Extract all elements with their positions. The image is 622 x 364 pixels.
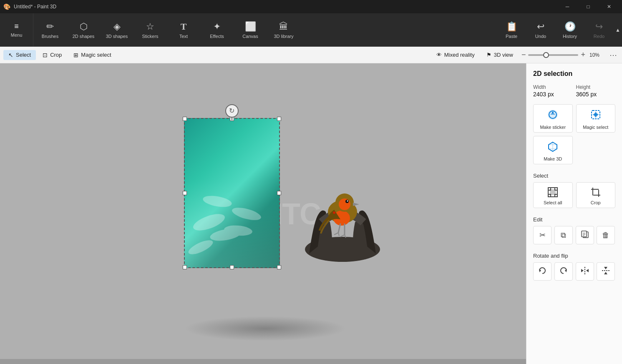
toolbar-effects[interactable]: ✦ Effects [200,13,234,46]
toolbar-chevron[interactable]: ▲ [614,13,622,46]
redo-label: Redo [594,34,604,39]
title-bar-controls: ─ □ ✕ [558,0,619,13]
3dlibrary-icon: 🏛 [279,21,288,32]
delete-icon: 🗑 [602,231,609,240]
main-area: ©SINITC [0,63,622,364]
flip-horizontal-icon [580,266,589,277]
rotate-left-btn[interactable] [533,262,551,281]
maximize-button[interactable]: □ [579,0,598,13]
mixed-reality-label: Mixed reality [444,52,475,58]
menu-button[interactable]: ≡ Menu [0,13,33,46]
paste-edit-btn[interactable] [576,226,594,244]
toolbar-text[interactable]: T Text [167,13,200,46]
3dview-btn[interactable]: ⚑ 3D view [482,50,517,60]
svg-marker-44 [581,269,584,272]
toolbar-2dshapes[interactable]: ⬡ 2D shapes [67,13,100,46]
flip-v-svg [601,266,610,275]
make-sticker-btn[interactable]: Make sticker [533,104,573,133]
svg-rect-37 [582,231,587,237]
magic-select-btn[interactable]: Magic select [576,104,616,133]
zoom-minus-btn[interactable]: − [521,50,527,60]
mixed-reality-icon: 👁 [436,52,442,58]
svg-point-22 [552,112,554,113]
right-panel: 2D selection Width 2403 px Height 3605 p… [526,63,622,364]
undo-label: Undo [535,34,546,39]
toolbar-3dshapes[interactable]: ◈ 3D shapes [100,13,133,46]
canvas-area[interactable]: ©SINITC [0,63,526,364]
crop-tool-btn[interactable]: ⊡ Crop [38,50,67,60]
3d-svg [547,141,559,152]
menu-label: Menu [11,33,23,38]
rotate-left-svg [538,266,547,275]
svg-point-1 [202,194,232,209]
make-sticker-icon [547,109,559,123]
rotate-right-btn[interactable] [554,262,573,281]
close-button[interactable]: ✕ [599,0,619,13]
canvas-scrollbar[interactable] [0,359,526,364]
crop-btn[interactable]: Crop [576,182,616,208]
selected-image[interactable] [184,118,280,268]
toolbar-undo[interactable]: ↩ Undo [526,13,555,46]
flip-h-svg [580,266,589,275]
select-all-icon [547,187,558,198]
make-3d-icon [547,141,559,155]
select-tool-btn[interactable]: ↖ Select [3,50,36,60]
select-all-label: Select all [544,200,562,205]
rotate-circle: ↻ [225,104,239,118]
copy-btn[interactable]: ⧉ [554,226,573,244]
toolbar-stickers[interactable]: ☆ Stickers [133,13,167,46]
cut-btn[interactable]: ✂ [533,226,551,244]
svg-rect-28 [555,188,557,190]
title-bar-left: 🎨 Untitled* - Paint 3D [3,3,56,10]
crop-svg [590,187,601,198]
zoom-control: − + [521,50,586,60]
magic-select-tool-btn[interactable]: ⊞ Magic select [68,50,116,60]
canvas-content: ©SINITC [117,78,409,349]
minimize-button[interactable]: ─ [558,0,577,13]
svg-line-15 [334,233,338,235]
menu-icon: ≡ [14,22,19,31]
zoom-thumb[interactable] [543,52,549,58]
zoom-plus-btn[interactable]: + [580,50,586,60]
magic-select-icon: ⊞ [73,52,78,58]
width-col: Width 2403 px [533,84,573,103]
toolbar-history[interactable]: 🕐 History [555,13,584,46]
make-3d-btn[interactable]: Make 3D [533,136,573,164]
svg-point-4 [186,237,214,257]
height-value: 3605 px [576,91,616,98]
delete-btn[interactable]: 🗑 [597,226,615,244]
magic-select-label: Magic select [81,52,111,58]
select-all-btn[interactable]: Select all [533,182,573,208]
bird-image [280,141,397,258]
magic-select-panel-label: Magic select [583,125,608,130]
3dlibrary-label: 3D library [274,34,293,39]
width-value: 2403 px [533,91,573,98]
zoom-slider[interactable] [528,54,578,56]
mixed-reality-btn[interactable]: 👁 Mixed reality [432,50,479,60]
toolbar-3dlibrary[interactable]: 🏛 3D library [267,13,300,46]
cut-icon: ✂ [539,231,546,240]
paste-edit-icon [581,230,589,241]
redo-icon: ↪ [595,21,603,32]
3dview-label: 3D view [494,52,513,58]
toolbar-redo[interactable]: ↪ Redo [584,13,614,46]
select-icon: ↖ [8,52,13,58]
flip-horizontal-btn[interactable] [576,262,594,281]
svg-rect-29 [548,194,551,197]
select-all-svg [547,187,558,198]
zoom-more-btn[interactable]: ⋯ [608,50,619,60]
rotate-handle[interactable]: ↻ [224,103,239,118]
width-label: Width [533,84,573,90]
crop-label: Crop [50,52,62,58]
rotate-line [232,117,232,120]
svg-marker-45 [586,269,589,272]
flip-vertical-btn[interactable] [597,262,615,281]
svg-point-19 [333,211,335,214]
toolbar-paste[interactable]: 📋 Paste [497,13,526,46]
make-sticker-label: Make sticker [540,125,566,130]
toolbar-canvas[interactable]: ⬜ Canvas [234,13,267,46]
rotate-left-icon [538,266,547,277]
flip-vertical-icon [601,266,610,277]
toolbar-brushes[interactable]: ✏ Brushes [33,13,67,46]
toolbar-items: ✏ Brushes ⬡ 2D shapes ◈ 3D shapes ☆ Stic… [33,13,497,46]
